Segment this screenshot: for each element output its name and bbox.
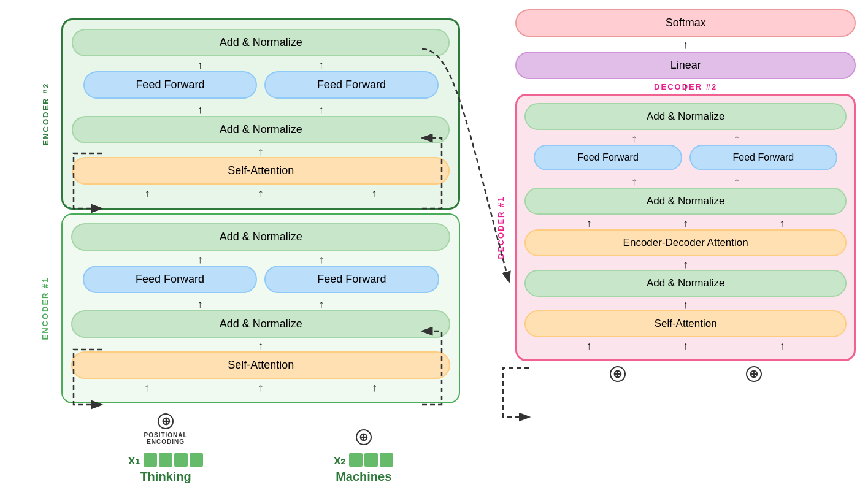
decoder2-label: DECODER #2: [654, 82, 717, 91]
encoder2-label: ENCODER #2: [41, 82, 50, 145]
arrow12: ↑: [144, 381, 150, 394]
input-label-2: Machines: [336, 470, 391, 484]
decoder1-self-attention: Self-Attention: [524, 310, 847, 337]
diagram-container: ENCODER #2 Add & Normalize ↑ ↑ Feed Forw…: [0, 0, 868, 493]
word-box: [144, 453, 157, 467]
arrow10: ↑: [198, 298, 203, 310]
dec-arrow4: ↑: [734, 175, 740, 188]
input-var-1: x₁: [128, 453, 140, 467]
encoder2-add-norm-top: Add & Normalize: [72, 29, 450, 56]
dec-arrow7: ↑: [780, 217, 785, 229]
arrow1: ↑: [198, 59, 203, 71]
word-box: [174, 453, 188, 467]
linear-box: Linear: [515, 52, 856, 79]
encoder1-arrow-sa: ↑: [71, 340, 450, 351]
dec-arrow2: ↑: [734, 132, 740, 145]
input-var-2: x₂: [334, 453, 345, 467]
encoder2-add-norm-bot: Add & Normalize: [72, 116, 450, 143]
dec-arrow8: ↑: [586, 340, 592, 352]
decoder1-ff-right: Feed Forward: [689, 145, 837, 170]
dec-plus-circle-1: ⊕: [610, 366, 626, 382]
decoder1-ff-left: Feed Forward: [534, 145, 682, 170]
word-box: [349, 453, 363, 467]
encoder1-add-norm-top: Add & Normalize: [71, 223, 450, 251]
arrow-softmax: ↑: [515, 39, 856, 50]
input-section: ⊕ POSITIONALENCODING x₁ Thinking ⊕: [61, 413, 460, 484]
encoder1-add-norm-bot: Add & Normalize: [71, 310, 450, 338]
dec-arrow6: ↑: [683, 217, 688, 229]
decoder1-add-norm-bot: Add & Normalize: [524, 270, 847, 297]
dec-arrow5: ↑: [586, 217, 592, 229]
arrow5: ↑: [145, 187, 150, 199]
decoder-outer: DECODER #2 DECODER #1 Add & Normalize ↑ …: [515, 94, 856, 361]
dec-arrow3: ↑: [631, 175, 637, 188]
encoder2-arrows-input: ↑ ↑ ↑: [72, 187, 450, 199]
encoder1-ff-row: Feed Forward Feed Forward: [71, 266, 450, 293]
plus-circle-2: ⊕: [356, 429, 372, 445]
decoders-section: Softmax ↑ Linear ↑ DECODER #2 DECODER #1…: [515, 9, 856, 382]
dec1-arrows-enc-dec: ↑ ↑ ↑: [524, 217, 847, 229]
arrow9: ↑: [319, 253, 325, 266]
word-box: [190, 453, 203, 467]
encoder2-block: ENCODER #2 Add & Normalize ↑ ↑ Feed Forw…: [61, 18, 460, 210]
input-item-1: ⊕ POSITIONALENCODING x₁ Thinking: [128, 413, 203, 484]
encoder1-arrows-an: ↑ ↑: [71, 298, 450, 310]
arrow13: ↑: [258, 381, 264, 394]
input-label-1: Thinking: [140, 470, 191, 484]
word-box: [380, 453, 393, 467]
encoder2-arrow-sa: ↑: [72, 146, 450, 157]
arrow2: ↑: [318, 59, 324, 71]
dec1-arrows-input: ↑ ↑ ↑: [524, 340, 847, 352]
encoder1-ff-right: Feed Forward: [264, 266, 439, 293]
word-boxes-2: [349, 453, 393, 467]
dec1-arrow-sa: ↑: [524, 299, 847, 310]
encoder2-ff-left: Feed Forward: [83, 71, 258, 99]
dec-arrow9: ↑: [683, 340, 688, 352]
dec-arrow10: ↑: [780, 340, 785, 352]
encoder1-ff-left: Feed Forward: [83, 266, 257, 293]
encoder2-ff-right: Feed Forward: [264, 71, 439, 99]
decoder1-add-norm-top: Add & Normalize: [524, 103, 847, 130]
decoder1-enc-dec-attention: Encoder-Decoder Attention: [524, 229, 847, 256]
plus-circle-1: ⊕: [158, 413, 174, 429]
arrow14: ↑: [372, 381, 377, 394]
decoder1-label: DECODER #1: [496, 196, 505, 259]
encoder1-arrows-input: ↑ ↑ ↑: [71, 381, 450, 394]
word-box: [364, 453, 378, 467]
encoder1-label: ENCODER #1: [40, 277, 50, 340]
encoder1-arrows-ff: ↑ ↑: [71, 253, 450, 266]
decoder1-add-norm-mid: Add & Normalize: [524, 188, 847, 215]
word-box: [159, 453, 172, 467]
dec1-arrows-mid-an: ↑ ↑: [524, 175, 847, 188]
encoders-section: ENCODER #2 Add & Normalize ↑ ↑ Feed Forw…: [61, 18, 460, 484]
arrow4: ↑: [318, 104, 324, 116]
encoder1-self-attention: Self-Attention: [71, 351, 450, 379]
arrow3: ↑: [198, 104, 203, 116]
word-boxes-1: [144, 453, 203, 467]
encoder2-self-attention: Self-Attention: [72, 157, 450, 185]
encoder2-arrows-an: ↑ ↑: [72, 104, 450, 116]
softmax-box: Softmax: [515, 9, 856, 37]
arrow6: ↑: [258, 187, 264, 199]
encoder2-ff-row: Feed Forward Feed Forward: [72, 71, 450, 99]
arrow7: ↑: [372, 187, 377, 199]
arrow8: ↑: [198, 253, 203, 266]
pos-enc-label: POSITIONALENCODING: [144, 432, 188, 445]
encoder1-block: ENCODER #1 Add & Normalize ↑ ↑ Feed Forw…: [61, 213, 460, 403]
encoder2-arrows-ff: ↑ ↑: [72, 59, 450, 71]
dec1-arrows-ff: ↑ ↑: [524, 132, 847, 145]
dec1-arrow-an-bot: ↑: [524, 259, 847, 270]
dec-arrow1: ↑: [631, 132, 637, 145]
arrow11: ↑: [319, 298, 325, 310]
dec-plus-circle-2: ⊕: [746, 366, 762, 382]
decoder1-ff-row: Feed Forward Feed Forward: [524, 145, 847, 170]
input-item-2: ⊕ x₂ Machines: [334, 429, 393, 484]
